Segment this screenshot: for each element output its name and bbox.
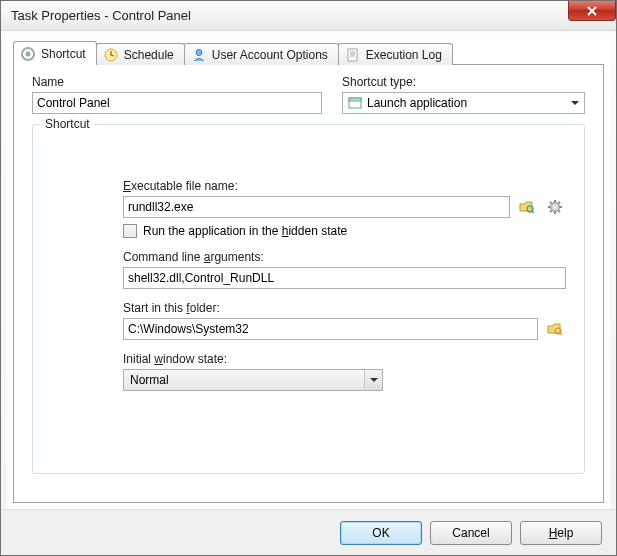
svg-point-9 <box>554 206 557 209</box>
tab-label: Schedule <box>124 48 174 62</box>
app-icon <box>347 95 363 111</box>
executable-label: Executable file name: <box>123 179 566 193</box>
button-bar: OK Cancel Help <box>1 509 616 555</box>
arguments-input[interactable] <box>123 267 566 289</box>
window-state-value: Normal <box>130 373 364 387</box>
executable-input[interactable] <box>123 196 510 218</box>
tab-label: Execution Log <box>366 48 442 62</box>
svg-rect-4 <box>348 49 357 61</box>
browse-exe-button[interactable] <box>516 196 538 218</box>
window-state-combo[interactable]: Normal <box>123 369 383 391</box>
svg-point-3 <box>196 49 202 55</box>
hidden-state-label: Run the application in the hidden state <box>143 224 347 238</box>
folder-search-icon <box>518 198 536 216</box>
window-title: Task Properties - Control Panel <box>11 8 191 23</box>
gear-icon <box>546 198 564 216</box>
ok-button[interactable]: OK <box>340 521 422 545</box>
tab-user-account[interactable]: User Account Options <box>184 43 339 65</box>
help-button[interactable]: Help <box>520 521 602 545</box>
chevron-down-icon <box>566 93 584 113</box>
tab-execution-log[interactable]: Execution Log <box>338 43 453 65</box>
arguments-label: Command line arguments: <box>123 250 566 264</box>
tab-page-shortcut: Name Shortcut type: Launch application <box>13 64 604 503</box>
start-folder-label: Start in this folder: <box>123 301 566 315</box>
folder-icon <box>546 320 564 338</box>
shortcut-group: Shortcut Executable file name: <box>32 124 585 474</box>
shortcut-type-combo[interactable]: Launch application <box>342 92 585 114</box>
close-button[interactable] <box>568 1 616 21</box>
name-input[interactable] <box>32 92 322 114</box>
close-icon <box>587 6 597 16</box>
svg-rect-6 <box>349 98 361 101</box>
tab-strip: Shortcut Schedule User Account Options E… <box>7 43 610 65</box>
name-label: Name <box>32 75 322 89</box>
hidden-state-checkbox[interactable] <box>123 224 137 238</box>
shortcut-type-value: Launch application <box>367 96 566 110</box>
titlebar[interactable]: Task Properties - Control Panel <box>1 1 616 31</box>
chevron-down-icon <box>364 370 382 390</box>
shortcut-type-label: Shortcut type: <box>342 75 585 89</box>
window-state-label: Initial window state: <box>123 352 566 366</box>
group-title: Shortcut <box>41 117 94 131</box>
tab-schedule[interactable]: Schedule <box>96 43 185 65</box>
exe-settings-button[interactable] <box>544 196 566 218</box>
cancel-button[interactable]: Cancel <box>430 521 512 545</box>
user-icon <box>191 47 207 63</box>
client-area: Shortcut Schedule User Account Options E… <box>7 37 610 509</box>
shortcut-icon <box>20 46 36 62</box>
browse-folder-button[interactable] <box>544 318 566 340</box>
clock-icon <box>103 47 119 63</box>
tab-label: User Account Options <box>212 48 328 62</box>
tab-shortcut[interactable]: Shortcut <box>13 41 97 65</box>
start-folder-input[interactable] <box>123 318 538 340</box>
window: Task Properties - Control Panel Shortcut… <box>0 0 617 556</box>
tab-label: Shortcut <box>41 47 86 61</box>
svg-point-1 <box>26 51 31 56</box>
log-icon <box>345 47 361 63</box>
